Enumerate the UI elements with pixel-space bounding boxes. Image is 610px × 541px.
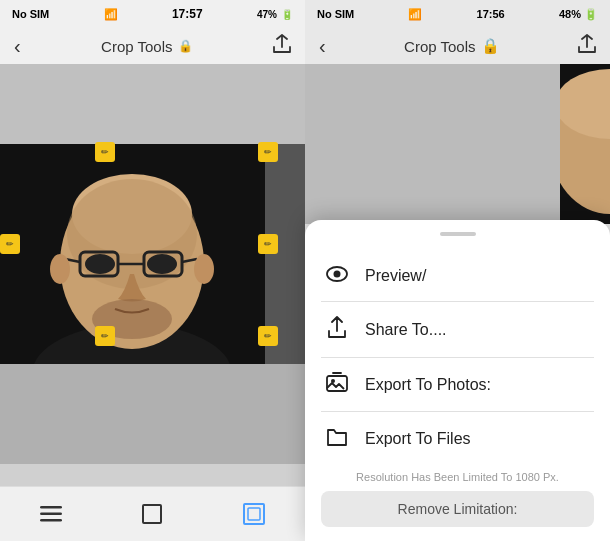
right-lock-icon: 🔒 bbox=[481, 37, 500, 55]
svg-point-7 bbox=[147, 254, 177, 274]
left-crop-button[interactable] bbox=[133, 495, 171, 533]
left-battery-pct: 47% bbox=[257, 9, 277, 20]
left-crop-active-button[interactable] bbox=[235, 495, 273, 533]
left-battery-icon: 🔋 bbox=[281, 9, 293, 20]
crop-handle-top-left[interactable] bbox=[95, 142, 115, 162]
right-dark-strip bbox=[560, 64, 610, 224]
right-image-top bbox=[305, 64, 610, 224]
left-bottom-bar bbox=[0, 486, 305, 541]
left-back-button[interactable]: ‹ bbox=[14, 35, 21, 58]
right-battery-pct: 48% bbox=[559, 8, 581, 20]
right-bg bbox=[305, 64, 560, 224]
portrait-face-svg bbox=[0, 144, 265, 364]
export-files-label: Export To Files bbox=[365, 430, 471, 448]
svg-rect-20 bbox=[244, 504, 264, 524]
svg-rect-18 bbox=[40, 519, 62, 522]
right-panel: No SIM 📶 17:56 48% 🔋 ‹ Crop Tools 🔒 bbox=[305, 0, 610, 541]
right-time: 17:56 bbox=[477, 8, 505, 20]
preview-item[interactable]: Preview/ bbox=[305, 250, 610, 301]
crop-handle-mid-left[interactable] bbox=[0, 234, 20, 254]
export-photos-item[interactable]: Export To Photos: bbox=[305, 358, 610, 411]
right-status-right: 48% 🔋 bbox=[559, 8, 598, 21]
svg-point-14 bbox=[50, 254, 70, 284]
left-share-button[interactable] bbox=[273, 34, 291, 58]
svg-point-6 bbox=[85, 254, 115, 274]
sheet-handle bbox=[440, 232, 476, 236]
right-title: Crop Tools 🔒 bbox=[404, 37, 499, 55]
preview-label: Preview/ bbox=[365, 267, 426, 285]
export-files-icon bbox=[325, 426, 349, 451]
left-lock-icon: 🔒 bbox=[178, 39, 193, 53]
left-time: 17:57 bbox=[172, 7, 203, 21]
svg-point-26 bbox=[334, 271, 341, 278]
left-nav-bar: ‹ Crop Tools 🔒 bbox=[0, 28, 305, 64]
crop-handle-mid-right[interactable] bbox=[258, 234, 278, 254]
svg-point-5 bbox=[67, 179, 197, 289]
left-image-area bbox=[0, 64, 305, 486]
svg-rect-16 bbox=[40, 506, 62, 509]
svg-rect-19 bbox=[143, 505, 161, 523]
right-nav-bar: ‹ Crop Tools 🔒 bbox=[305, 28, 610, 64]
right-battery-icon: 🔋 bbox=[584, 8, 598, 20]
resolution-text: Resolution Has Been Limited To 1080 Px. bbox=[321, 471, 594, 483]
left-carrier: No SIM bbox=[12, 8, 49, 20]
crop-handle-bottom-left[interactable] bbox=[95, 326, 115, 346]
right-carrier: No SIM bbox=[317, 8, 354, 20]
sheet-footer: Resolution Has Been Limited To 1080 Px. … bbox=[305, 465, 610, 531]
crop-handle-top-right[interactable] bbox=[258, 142, 278, 162]
export-files-item[interactable]: Export To Files bbox=[305, 412, 610, 465]
share-label: Share To.... bbox=[365, 321, 447, 339]
crop-handle-bottom-right[interactable] bbox=[258, 326, 278, 346]
remove-limitation-button[interactable]: Remove Limitation: bbox=[321, 491, 594, 527]
right-status-bar: No SIM 📶 17:56 48% 🔋 bbox=[305, 0, 610, 28]
svg-point-15 bbox=[194, 254, 214, 284]
left-menu-button[interactable] bbox=[32, 498, 70, 530]
left-panel: No SIM 📶 17:57 47% 🔋 ‹ Crop Tools 🔒 bbox=[0, 0, 305, 541]
left-status-bar: No SIM 📶 17:57 47% 🔋 bbox=[0, 0, 305, 28]
bottom-sheet: Preview/ Share To.... Exp bbox=[305, 220, 610, 541]
right-share-button[interactable] bbox=[578, 34, 596, 58]
share-item[interactable]: Share To.... bbox=[305, 302, 610, 357]
left-title: Crop Tools 🔒 bbox=[101, 38, 192, 55]
export-photos-icon bbox=[325, 372, 349, 397]
share-icon bbox=[325, 316, 349, 343]
right-wifi-icon: 📶 bbox=[408, 8, 422, 21]
export-photos-label: Export To Photos: bbox=[365, 376, 491, 394]
left-wifi-icon: 📶 bbox=[104, 8, 118, 21]
svg-rect-17 bbox=[40, 513, 62, 516]
svg-rect-21 bbox=[248, 508, 260, 520]
left-portrait-photo bbox=[0, 144, 265, 364]
left-status-right: 47% 🔋 bbox=[257, 9, 293, 20]
left-image-bg-bottom bbox=[0, 364, 305, 464]
left-image-bg-top bbox=[0, 64, 305, 144]
right-back-button[interactable]: ‹ bbox=[319, 35, 326, 58]
right-partial-face bbox=[560, 64, 610, 224]
preview-icon bbox=[325, 264, 349, 287]
